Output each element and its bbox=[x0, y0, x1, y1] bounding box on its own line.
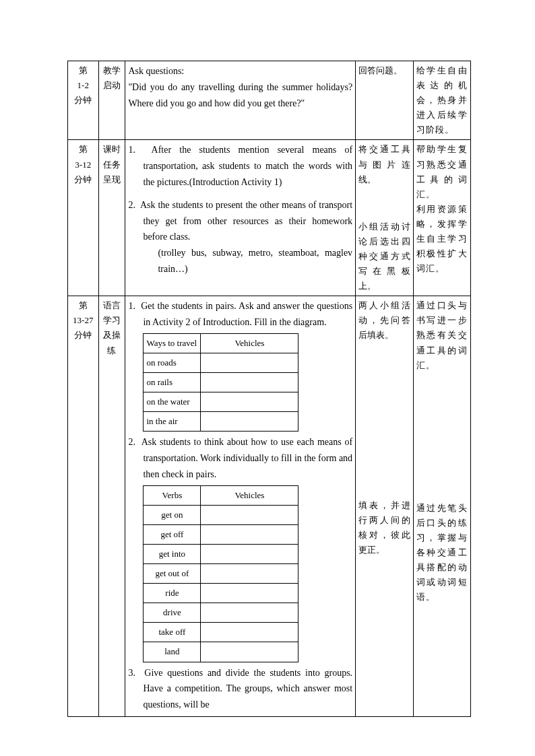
purpose-cell: 帮助学生复习熟悉交通工具的词汇。 利用资源策略，发挥学生自主学习积极性扩大词汇。 bbox=[413, 140, 470, 296]
activity-text: 将交通工具与图片连线。 bbox=[358, 142, 410, 186]
label-cell: 教学启动 bbox=[98, 61, 125, 140]
content-cell: 1. Get the students in pairs. Ask and an… bbox=[125, 296, 356, 717]
table-cell: ride bbox=[144, 584, 201, 603]
content-question: "Did you do any travelling during the su… bbox=[128, 79, 352, 112]
spacer bbox=[358, 187, 410, 219]
table-cell: get on bbox=[144, 505, 201, 524]
activity-text: 小组活动讨论后选出四种交通方式写在黑板上。 bbox=[358, 219, 410, 294]
table-row: 第13-27分钟 语言学习及操练 1. Get the students in … bbox=[68, 296, 471, 717]
table-cell bbox=[201, 642, 298, 662]
table-row: in the air bbox=[144, 412, 298, 432]
table-cell bbox=[201, 505, 298, 524]
table-header: Vehicles bbox=[201, 333, 298, 353]
item-extra: (trolley bus, subway, metro, steamboat, … bbox=[143, 245, 352, 277]
verbs-table: Verbs Vehicles get on get off get into g… bbox=[143, 485, 298, 662]
table-cell bbox=[201, 603, 298, 623]
label-text: 教学启动 bbox=[102, 63, 123, 93]
content-cell: 1. After the students mention several me… bbox=[125, 140, 356, 296]
purpose-text: 给学生自由表达的机会，热身并进入后续学习阶段。 bbox=[416, 65, 468, 135]
table-header: Ways to travel bbox=[144, 333, 201, 353]
purpose-text: 通过先笔头后口头的练习，掌握与各种交通工具搭配的动词或动词短语。 bbox=[416, 501, 468, 605]
time-text: 第1-2分钟 bbox=[71, 63, 96, 108]
table-cell: on roads bbox=[144, 353, 201, 372]
list-item: 1. Get the students in pairs. Ask and an… bbox=[128, 298, 352, 331]
label-cell: 课时任务呈现 bbox=[98, 140, 125, 296]
time-cell: 第13-27分钟 bbox=[68, 296, 99, 717]
purpose-cell: 通过口头与书写进一步熟悉有关交通工具的词汇。 通过先笔头后口头的练习，掌握与各种… bbox=[413, 296, 470, 717]
purpose-text: 通过口头与书写进一步熟悉有关交通工具的词汇。 bbox=[416, 298, 468, 372]
item-text: After the students mention several means… bbox=[143, 145, 352, 187]
time-cell: 第1-2分钟 bbox=[68, 61, 99, 140]
table-row: get into bbox=[144, 544, 298, 563]
activity-cell: 将交通工具与图片连线。 小组活动讨论后选出四种交通方式写在黑板上。 bbox=[356, 140, 413, 296]
list-item: 2. Ask the students to present the other… bbox=[128, 197, 352, 277]
table-cell: drive bbox=[144, 603, 201, 623]
numbered-list: 2. Ask the students to present the other… bbox=[128, 197, 352, 277]
activity-text: 回答问题。 bbox=[358, 65, 402, 75]
list-item: 2. Ask students to think about how to us… bbox=[128, 434, 352, 482]
table-row: get on bbox=[144, 505, 298, 524]
table-cell bbox=[201, 392, 298, 412]
table-cell: take off bbox=[144, 623, 201, 642]
numbered-list: 1. After the students mention several me… bbox=[128, 142, 352, 190]
numbered-list: 1. Get the students in pairs. Ask and an… bbox=[128, 298, 352, 331]
table-cell bbox=[201, 584, 298, 603]
spacer bbox=[358, 343, 410, 498]
table-cell bbox=[201, 623, 298, 642]
content-cell: Ask questions: "Did you do any travellin… bbox=[125, 61, 356, 140]
label-text: 课时任务呈现 bbox=[102, 142, 123, 186]
table-cell: in the air bbox=[144, 412, 201, 432]
table-header: Vehicles bbox=[201, 485, 298, 505]
table-row: on roads bbox=[144, 353, 298, 372]
time-text: 第13-27分钟 bbox=[71, 298, 96, 343]
table-cell: get off bbox=[144, 524, 201, 544]
numbered-list: 2. Ask students to think about how to us… bbox=[128, 434, 352, 482]
table-row: 第3-12分钟 课时任务呈现 1. After the students men… bbox=[68, 140, 471, 296]
table-cell: get into bbox=[144, 544, 201, 563]
table-row: on rails bbox=[144, 373, 298, 392]
label-text: 语言学习及操练 bbox=[102, 298, 123, 357]
table-row: take off bbox=[144, 623, 298, 642]
list-item: 1. After the students mention several me… bbox=[128, 142, 352, 190]
purpose-text: 利用资源策略，发挥学生自主学习积极性扩大词汇。 bbox=[416, 202, 468, 276]
table-cell bbox=[201, 524, 298, 544]
purpose-cell: 给学生自由表达的机会，热身并进入后续学习阶段。 bbox=[413, 61, 470, 140]
lesson-plan-table: 第1-2分钟 教学启动 Ask questions: "Did you do a… bbox=[67, 61, 471, 717]
numbered-list: 3. Give questions and divide the student… bbox=[128, 665, 352, 713]
activity-text: 两人小组活动，先问答后填表。 bbox=[358, 298, 410, 343]
table-cell bbox=[201, 544, 298, 563]
time-cell: 第3-12分钟 bbox=[68, 140, 99, 296]
list-item: 3. Give questions and divide the student… bbox=[128, 665, 352, 713]
table-row: Ways to travel Vehicles bbox=[144, 333, 298, 353]
activity-text: 填表，并进行两人间的核对，彼此更正。 bbox=[358, 498, 410, 557]
table-row: drive bbox=[144, 603, 298, 623]
activity-cell: 两人小组活动，先问答后填表。 填表，并进行两人间的核对，彼此更正。 bbox=[356, 296, 413, 717]
spacer bbox=[416, 373, 468, 501]
table-cell: on the water bbox=[144, 392, 201, 412]
table-row: get out of bbox=[144, 564, 298, 584]
table-cell bbox=[201, 353, 298, 372]
table-row: on the water bbox=[144, 392, 298, 412]
table-row: land bbox=[144, 642, 298, 662]
table-cell: land bbox=[144, 642, 201, 662]
item-text: Ask students to think about how to use e… bbox=[141, 437, 352, 479]
item-text: Ask the students to present the other me… bbox=[140, 200, 352, 242]
table-row: 第1-2分钟 教学启动 Ask questions: "Did you do a… bbox=[68, 61, 471, 140]
table-header: Verbs bbox=[144, 485, 201, 505]
table-row: ride bbox=[144, 584, 298, 603]
purpose-text: 帮助学生复习熟悉交通工具的词汇。 bbox=[416, 142, 468, 201]
table-cell bbox=[201, 564, 298, 584]
ways-table: Ways to travel Vehicles on roads on rail… bbox=[143, 333, 298, 432]
item-text: Give questions and divide the students i… bbox=[143, 668, 352, 710]
time-text: 第3-12分钟 bbox=[71, 142, 96, 186]
table-row: Verbs Vehicles bbox=[144, 485, 298, 505]
content-intro: Ask questions: bbox=[128, 63, 352, 79]
table-cell: get out of bbox=[144, 564, 201, 584]
label-cell: 语言学习及操练 bbox=[98, 296, 125, 717]
table-cell bbox=[201, 373, 298, 392]
activity-cell: 回答问题。 bbox=[356, 61, 413, 140]
item-text: Get the students in pairs. Ask and answe… bbox=[141, 301, 352, 327]
table-cell bbox=[201, 412, 298, 432]
table-cell: on rails bbox=[144, 373, 201, 392]
table-row: get off bbox=[144, 524, 298, 544]
